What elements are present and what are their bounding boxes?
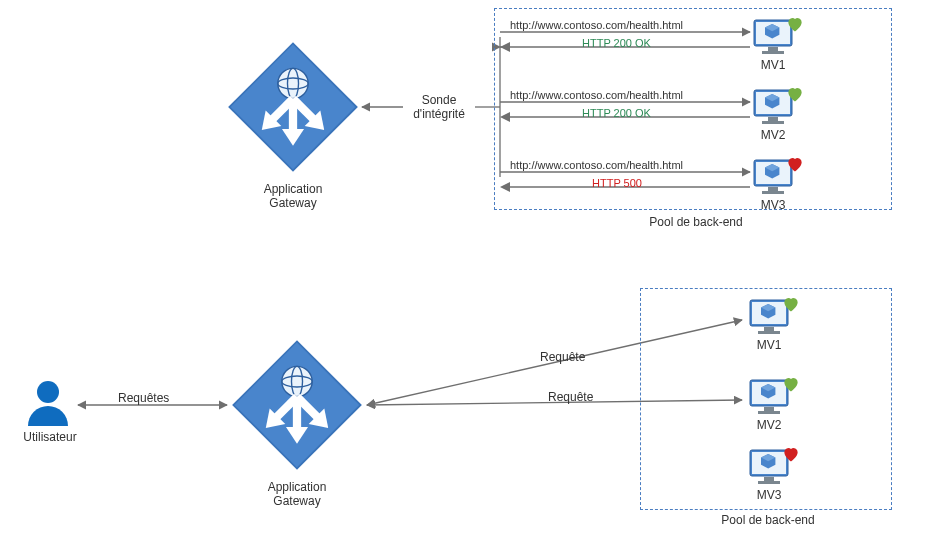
vm1-top-label: MV1: [753, 58, 793, 72]
user-icon: [26, 378, 70, 430]
health-url-3: http://www.contoso.com/health.html: [510, 159, 683, 171]
svg-rect-40: [768, 187, 778, 191]
diagram-canvas: Application Gateway Sonde d'intégrité Po…: [0, 0, 926, 533]
vm1-bottom-label: MV1: [749, 338, 789, 352]
vm3-top-heart-icon: [785, 154, 805, 174]
app-gateway-top-label: Application Gateway: [255, 182, 331, 210]
vm2-bottom-label: MV2: [749, 418, 789, 432]
health-url-1: http://www.contoso.com/health.html: [510, 19, 683, 31]
vm2-top-label: MV2: [753, 128, 793, 142]
app-gateway-bottom-icon: [228, 336, 366, 478]
vm1-bottom-heart-icon: [781, 294, 801, 314]
vm3-bottom-label: MV3: [749, 488, 789, 502]
svg-rect-64: [764, 407, 774, 411]
svg-point-44: [37, 381, 59, 403]
vm2-top-heart-icon: [785, 84, 805, 104]
app-gateway-top-icon: [224, 38, 362, 180]
svg-rect-65: [758, 411, 780, 414]
backend-pool-top-label: Pool de back-end: [636, 215, 756, 229]
vm1-top-heart-icon: [785, 14, 805, 34]
vm3-bottom-heart-icon: [781, 444, 801, 464]
health-probe-label: Sonde d'intégrité: [400, 93, 478, 121]
svg-rect-58: [764, 327, 774, 331]
resp-ok-2: HTTP 200 OK: [582, 107, 651, 119]
requests-label: Requêtes: [118, 391, 169, 405]
svg-rect-29: [762, 51, 784, 54]
svg-point-17: [278, 68, 308, 98]
health-url-2: http://www.contoso.com/health.html: [510, 89, 683, 101]
app-gateway-bottom-label: Application Gateway: [259, 480, 335, 508]
svg-rect-28: [768, 47, 778, 51]
backend-pool-top: [494, 8, 892, 210]
svg-rect-35: [762, 121, 784, 124]
vm2-bottom-heart-icon: [781, 374, 801, 394]
vm3-top-label: MV3: [753, 198, 793, 212]
svg-rect-41: [762, 191, 784, 194]
svg-rect-70: [764, 477, 774, 481]
request-label-1: Requête: [540, 350, 585, 364]
request-label-2: Requête: [548, 390, 593, 404]
svg-rect-71: [758, 481, 780, 484]
svg-rect-34: [768, 117, 778, 121]
svg-rect-59: [758, 331, 780, 334]
resp-ok-1: HTTP 200 OK: [582, 37, 651, 49]
user-label: Utilisateur: [15, 430, 85, 444]
resp-err-3: HTTP 500: [592, 177, 642, 189]
backend-pool-bottom-label: Pool de back-end: [708, 513, 828, 527]
svg-point-47: [282, 366, 312, 396]
